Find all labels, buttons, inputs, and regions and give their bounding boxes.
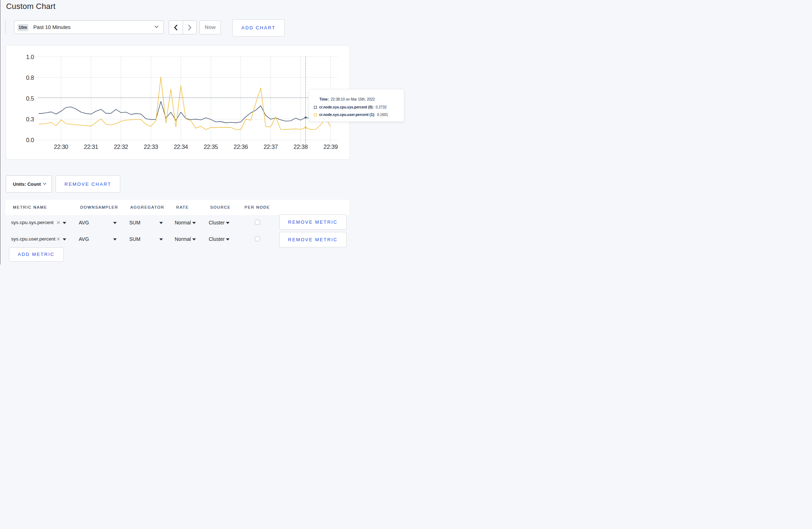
- svg-text:0.5: 0.5: [26, 95, 34, 102]
- svg-text:0.0: 0.0: [26, 137, 34, 143]
- svg-text:22:39: 22:39: [324, 144, 338, 150]
- svg-text:22:31: 22:31: [84, 144, 98, 150]
- svg-text:22:36: 22:36: [234, 144, 248, 150]
- svg-text:22:33: 22:33: [144, 144, 158, 150]
- svg-text:1.0: 1.0: [26, 54, 34, 60]
- svg-text:0.3: 0.3: [26, 116, 34, 122]
- svg-text:22:30: 22:30: [54, 144, 68, 150]
- svg-text:22:37: 22:37: [264, 144, 278, 150]
- svg-text:0.8: 0.8: [26, 74, 34, 81]
- svg-text:22:32: 22:32: [114, 144, 128, 150]
- svg-text:22:35: 22:35: [204, 144, 218, 150]
- svg-text:22:38: 22:38: [294, 144, 308, 150]
- svg-text:22:34: 22:34: [174, 144, 188, 150]
